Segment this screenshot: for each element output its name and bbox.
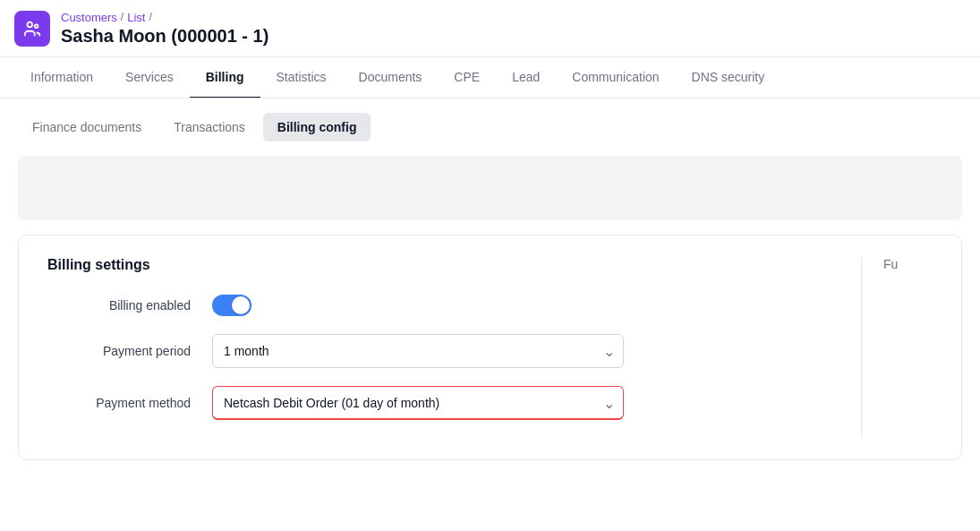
nav-tabs: Information Services Billing Statistics … [0,57,980,98]
payment-period-select[interactable]: 1 month 2 months 3 months 6 months 12 mo… [212,334,624,368]
side-label: Fu [883,257,898,271]
billing-settings-title: Billing settings [47,257,839,273]
billing-enabled-row: Billing enabled [47,295,839,316]
tab-dns-security[interactable]: DNS security [676,57,781,98]
sub-nav: Finance documents Transactions Billing c… [0,98,980,141]
subtab-transactions[interactable]: Transactions [159,113,260,141]
breadcrumb-sep1: / [121,11,124,23]
breadcrumb-sep2: / [149,11,151,23]
payment-period-label: Payment period [47,344,191,358]
tab-lead[interactable]: Lead [496,57,556,98]
svg-point-1 [35,24,38,28]
billing-enabled-label: Billing enabled [47,298,191,313]
payment-period-row: Payment period 1 month 2 months 3 months… [47,334,839,368]
subtab-finance-documents[interactable]: Finance documents [18,113,156,141]
billing-enabled-toggle-wrapper [212,295,251,316]
tab-documents[interactable]: Documents [343,57,439,98]
page-title: Sasha Moon (000001 - 1) [61,26,268,47]
billing-card: Billing settings Billing enabled Payment… [18,235,962,460]
tab-statistics[interactable]: Statistics [260,57,343,98]
billing-side: Fu [861,257,933,438]
payment-method-row: Payment method Netcash Debit Order (01 d… [47,386,839,420]
breadcrumb: Customers / List / [61,11,268,24]
svg-point-0 [28,21,33,27]
tab-communication[interactable]: Communication [556,57,675,98]
app-logo [14,11,50,47]
billing-main: Billing settings Billing enabled Payment… [47,257,839,438]
tab-billing[interactable]: Billing [190,57,260,98]
breadcrumb-list[interactable]: List [127,11,145,24]
billing-enabled-toggle[interactable] [212,295,251,316]
tab-information[interactable]: Information [14,57,109,98]
payment-period-select-wrapper: 1 month 2 months 3 months 6 months 12 mo… [212,334,624,368]
payment-method-label: Payment method [47,396,191,410]
subtab-billing-config[interactable]: Billing config [263,113,371,141]
tab-services[interactable]: Services [109,57,190,98]
tab-cpe[interactable]: CPE [438,57,496,98]
breadcrumb-customers[interactable]: Customers [61,11,117,24]
app-header: Customers / List / Sasha Moon (000001 - … [0,0,980,57]
gray-area [18,156,962,220]
payment-method-select-wrapper: Netcash Debit Order (01 day of month) Ca… [212,386,624,420]
header-text: Customers / List / Sasha Moon (000001 - … [61,11,268,47]
payment-method-select[interactable]: Netcash Debit Order (01 day of month) Ca… [212,386,624,420]
